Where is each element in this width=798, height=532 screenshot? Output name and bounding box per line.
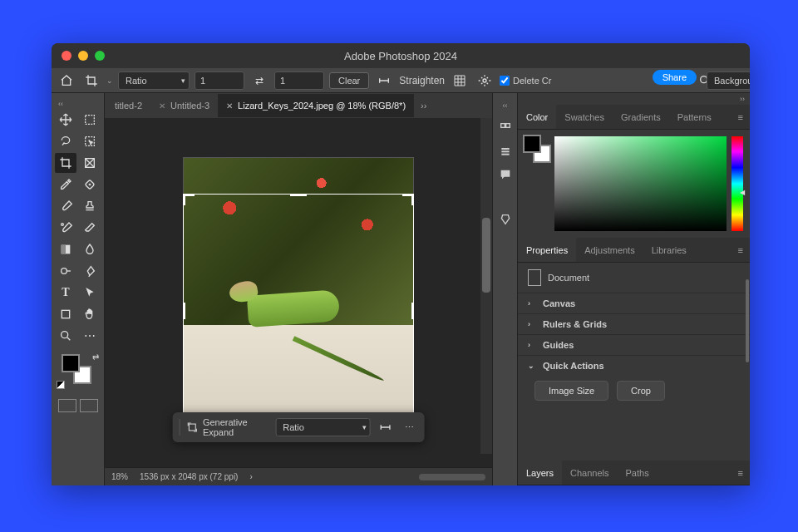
generative-expand-button[interactable]: Generative Expand (186, 417, 268, 437)
swap-dimensions-button[interactable]: ⇄ (249, 71, 269, 91)
hue-slider[interactable] (732, 136, 743, 231)
close-icon[interactable]: ✕ (159, 101, 165, 111)
rulers-section[interactable]: ›Rulers & Grids (518, 313, 750, 334)
collapse-tools-button[interactable]: ‹‹ (55, 98, 101, 110)
crop-width-input[interactable] (195, 71, 244, 90)
context-straighten-button[interactable] (377, 417, 394, 437)
doc-tab-0[interactable]: titled-2 (106, 94, 150, 117)
eraser-tool[interactable] (79, 218, 101, 238)
crop-handle-rm[interactable] (411, 303, 414, 319)
gradient-tool[interactable] (55, 239, 76, 259)
crop-handle-tr[interactable] (402, 194, 414, 205)
svg-point-9 (62, 268, 67, 274)
collapsed-panel-dock: ‹‹ (492, 93, 517, 485)
status-chevron[interactable]: › (249, 472, 252, 481)
swatches-tab[interactable]: Swatches (556, 105, 613, 129)
canvas[interactable]: Generative Expand Ratio ⋯ (105, 118, 492, 467)
swap-colors-button[interactable]: ⇄ (92, 352, 99, 362)
delete-cropped-checkbox[interactable]: Delete Cr (500, 76, 551, 86)
ratio-preset-select[interactable]: Ratio (118, 71, 190, 90)
layers-panel-menu[interactable]: ≡ (732, 468, 750, 478)
dock-comments-icon[interactable] (498, 168, 513, 181)
blur-tool[interactable] (79, 239, 101, 259)
more-tools-button[interactable]: ⋯ (79, 326, 101, 346)
share-button[interactable]: Share (653, 70, 697, 85)
move-tool[interactable] (55, 110, 76, 130)
properties-panel-menu[interactable]: ≡ (732, 245, 750, 255)
context-more-button[interactable]: ⋯ (401, 417, 417, 437)
crop-handle-tm[interactable] (290, 194, 307, 196)
foreground-color[interactable] (62, 354, 80, 372)
doc-tab-2[interactable]: ✕Lizard_Keys_2024.jpeg @ 18% (RGB/8*) (218, 94, 414, 117)
healing-tool[interactable] (79, 175, 101, 195)
zoom-window-button[interactable] (95, 51, 105, 61)
crop-height-input[interactable] (274, 71, 324, 90)
stamp-tool[interactable] (79, 196, 101, 216)
close-icon[interactable]: ✕ (226, 101, 233, 111)
eyedropper-tool[interactable] (55, 175, 76, 195)
default-colors-button[interactable] (57, 381, 65, 389)
collapse-panels-button[interactable]: ›› (518, 93, 750, 105)
doc-tab-1[interactable]: ✕Untitled-3 (150, 94, 218, 117)
properties-tab[interactable]: Properties (518, 238, 576, 262)
quick-mask-button[interactable] (58, 399, 76, 412)
zoom-tool[interactable] (55, 326, 76, 346)
home-button[interactable] (57, 71, 76, 91)
doc-dimensions[interactable]: 1536 px x 2048 px (72 ppi) (140, 472, 238, 481)
dock-panel-2[interactable] (498, 145, 513, 158)
screen-mode-button[interactable] (80, 399, 98, 412)
drag-handle[interactable] (180, 419, 180, 436)
quick-actions-section[interactable]: ⌄Quick Actions (518, 355, 750, 376)
canvas-section[interactable]: ›Canvas (518, 293, 750, 313)
guides-section[interactable]: ›Guides (518, 334, 750, 355)
dock-panel-1[interactable] (498, 121, 513, 135)
collapse-dock-button[interactable]: ‹‹ (493, 100, 517, 111)
patterns-tab[interactable]: Patterns (669, 105, 720, 129)
path-select-tool[interactable] (79, 283, 101, 303)
straighten-icon[interactable] (374, 71, 394, 91)
crop-settings-button[interactable] (475, 71, 495, 91)
layers-tab[interactable]: Layers (518, 461, 562, 485)
clear-button[interactable]: Clear (329, 72, 369, 89)
svg-rect-2 (85, 116, 94, 125)
shape-tool[interactable] (55, 304, 76, 324)
mini-foreground[interactable] (525, 136, 539, 151)
crop-tool-icon[interactable] (81, 71, 101, 91)
grid-overlay-button[interactable] (450, 71, 470, 91)
minimize-window-button[interactable] (78, 51, 88, 61)
zoom-level[interactable]: 18% (111, 472, 128, 481)
dock-panel-4[interactable] (498, 213, 513, 226)
frame-tool[interactable] (79, 153, 101, 173)
dodge-tool[interactable] (55, 261, 76, 281)
marquee-tool[interactable] (79, 110, 101, 130)
lasso-tool[interactable] (55, 131, 76, 151)
adjustments-tab[interactable]: Adjustments (576, 238, 643, 262)
pen-tool[interactable] (79, 261, 101, 281)
tab-overflow-button[interactable]: ›› (414, 101, 433, 111)
crop-marquee[interactable] (184, 195, 413, 427)
paths-tab[interactable]: Paths (618, 461, 658, 485)
crop-action-button[interactable]: Crop (617, 381, 665, 401)
brush-tool[interactable] (55, 196, 76, 216)
channels-tab[interactable]: Channels (562, 461, 617, 485)
object-select-tool[interactable] (79, 131, 101, 151)
color-tab[interactable]: Color (518, 105, 556, 129)
vertical-scrollbar[interactable] (480, 118, 492, 454)
image-size-button[interactable]: Image Size (534, 381, 608, 401)
crop-tool[interactable] (55, 153, 76, 173)
crop-handle-tl[interactable] (183, 194, 195, 205)
gradients-tab[interactable]: Gradients (613, 105, 669, 129)
crop-handle-lm[interactable] (183, 303, 185, 319)
document-image[interactable] (183, 157, 414, 428)
properties-scrollbar[interactable] (745, 263, 750, 461)
fill-select[interactable]: Background (707, 71, 750, 90)
close-window-button[interactable] (62, 51, 71, 61)
type-tool[interactable]: T (55, 283, 76, 303)
color-panel-menu[interactable]: ≡ (732, 112, 750, 122)
horizontal-scrollbar[interactable] (419, 474, 485, 480)
saturation-field[interactable] (554, 136, 727, 231)
context-ratio-select[interactable]: Ratio (275, 418, 370, 436)
hand-tool[interactable] (79, 304, 101, 324)
libraries-tab[interactable]: Libraries (643, 238, 695, 262)
history-brush-tool[interactable] (55, 218, 76, 238)
